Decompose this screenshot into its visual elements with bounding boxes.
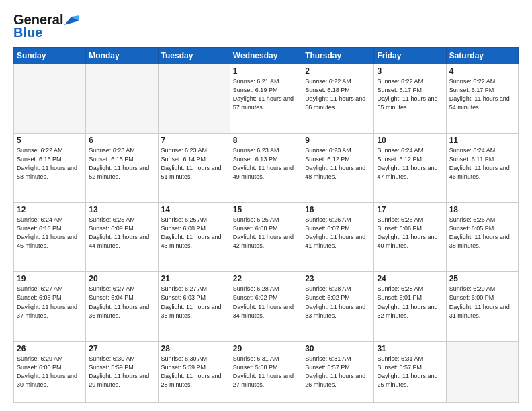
table-row: 21Sunrise: 6:27 AMSunset: 6:03 PMDayligh… [158,272,230,341]
cell-info: Sunrise: 6:24 AMSunset: 6:12 PMDaylight:… [377,146,443,181]
table-row: 30Sunrise: 6:31 AMSunset: 5:57 PMDayligh… [302,341,374,402]
cell-info: Sunrise: 6:31 AMSunset: 5:58 PMDaylight:… [233,355,299,390]
day-number: 3 [377,66,443,76]
col-header-monday: Monday [86,48,158,64]
col-header-wednesday: Wednesday [230,48,302,64]
table-row: 14Sunrise: 6:25 AMSunset: 6:08 PMDayligh… [158,203,230,272]
table-row: 20Sunrise: 6:27 AMSunset: 6:04 PMDayligh… [86,272,158,341]
cell-info: Sunrise: 6:26 AMSunset: 6:05 PMDaylight:… [449,216,515,250]
table-row: 28Sunrise: 6:30 AMSunset: 5:59 PMDayligh… [158,341,230,402]
day-number: 8 [233,136,299,145]
day-number: 4 [449,66,515,76]
day-number: 26 [17,344,83,353]
col-header-sunday: Sunday [14,48,86,64]
table-row: 17Sunrise: 6:26 AMSunset: 6:06 PMDayligh… [374,203,446,272]
cell-info: Sunrise: 6:29 AMSunset: 6:00 PMDaylight:… [17,355,83,390]
table-row: 25Sunrise: 6:29 AMSunset: 6:00 PMDayligh… [446,272,518,341]
cell-info: Sunrise: 6:27 AMSunset: 6:05 PMDaylight:… [17,285,83,320]
cell-info: Sunrise: 6:22 AMSunset: 6:16 PMDaylight:… [17,146,83,181]
cell-info: Sunrise: 6:25 AMSunset: 6:08 PMDaylight:… [233,216,299,250]
day-number: 11 [449,136,515,145]
day-number: 17 [377,205,443,214]
calendar-week-row: 5Sunrise: 6:22 AMSunset: 6:16 PMDaylight… [14,134,519,203]
cell-info: Sunrise: 6:24 AMSunset: 6:11 PMDaylight:… [449,146,515,181]
cell-info: Sunrise: 6:30 AMSunset: 5:59 PMDaylight:… [89,355,154,390]
cell-info: Sunrise: 6:22 AMSunset: 6:17 PMDaylight:… [449,77,515,112]
day-number: 14 [161,205,227,214]
day-number: 5 [17,136,83,145]
cell-info: Sunrise: 6:23 AMSunset: 6:13 PMDaylight:… [233,146,299,181]
col-header-tuesday: Tuesday [158,48,230,64]
table-row: 27Sunrise: 6:30 AMSunset: 5:59 PMDayligh… [86,341,158,402]
cell-info: Sunrise: 6:24 AMSunset: 6:10 PMDaylight:… [17,216,83,250]
cell-info: Sunrise: 6:26 AMSunset: 6:07 PMDaylight:… [305,216,371,250]
table-row: 5Sunrise: 6:22 AMSunset: 6:16 PMDaylight… [14,134,86,203]
cell-info: Sunrise: 6:30 AMSunset: 5:59 PMDaylight:… [161,355,227,390]
cell-info: Sunrise: 6:25 AMSunset: 6:08 PMDaylight:… [161,216,227,250]
day-number: 18 [449,205,515,214]
cell-info: Sunrise: 6:31 AMSunset: 5:57 PMDaylight:… [305,355,371,390]
table-row: 15Sunrise: 6:25 AMSunset: 6:08 PMDayligh… [230,203,302,272]
table-row [86,64,158,134]
table-row: 9Sunrise: 6:23 AMSunset: 6:12 PMDaylight… [302,134,374,203]
cell-info: Sunrise: 6:29 AMSunset: 6:00 PMDaylight:… [449,285,515,320]
table-row: 4Sunrise: 6:22 AMSunset: 6:17 PMDaylight… [446,64,518,134]
table-row: 18Sunrise: 6:26 AMSunset: 6:05 PMDayligh… [446,203,518,272]
table-row [158,64,230,134]
day-number: 22 [233,274,299,283]
day-number: 16 [305,205,371,214]
table-row: 19Sunrise: 6:27 AMSunset: 6:05 PMDayligh… [14,272,86,341]
day-number: 19 [17,274,83,283]
cell-info: Sunrise: 6:31 AMSunset: 5:57 PMDaylight:… [377,355,443,390]
cell-info: Sunrise: 6:21 AMSunset: 6:19 PMDaylight:… [233,77,299,112]
day-number: 31 [377,344,443,353]
cell-info: Sunrise: 6:28 AMSunset: 6:02 PMDaylight:… [233,285,299,320]
day-number: 27 [89,344,154,353]
table-row: 12Sunrise: 6:24 AMSunset: 6:10 PMDayligh… [14,203,86,272]
table-row: 8Sunrise: 6:23 AMSunset: 6:13 PMDaylight… [230,134,302,203]
calendar-week-row: 26Sunrise: 6:29 AMSunset: 6:00 PMDayligh… [14,341,519,402]
table-row [446,341,518,402]
cell-info: Sunrise: 6:22 AMSunset: 6:17 PMDaylight:… [377,77,443,112]
cell-info: Sunrise: 6:22 AMSunset: 6:18 PMDaylight:… [305,77,371,112]
header: General Blue [13,12,519,40]
cell-info: Sunrise: 6:27 AMSunset: 6:04 PMDaylight:… [89,285,154,320]
day-number: 24 [377,274,443,283]
day-number: 9 [305,136,371,145]
day-number: 12 [17,205,83,214]
table-row: 3Sunrise: 6:22 AMSunset: 6:17 PMDaylight… [374,64,446,134]
table-row: 11Sunrise: 6:24 AMSunset: 6:11 PMDayligh… [446,134,518,203]
day-number: 30 [305,344,371,353]
logo-blue: Blue [13,25,42,40]
day-number: 15 [233,205,299,214]
table-row: 16Sunrise: 6:26 AMSunset: 6:07 PMDayligh… [302,203,374,272]
cell-info: Sunrise: 6:28 AMSunset: 6:01 PMDaylight:… [377,285,443,320]
cell-info: Sunrise: 6:28 AMSunset: 6:02 PMDaylight:… [305,285,371,320]
day-number: 10 [377,136,443,145]
day-number: 28 [161,344,227,353]
cell-info: Sunrise: 6:23 AMSunset: 6:12 PMDaylight:… [305,146,371,181]
calendar-week-row: 12Sunrise: 6:24 AMSunset: 6:10 PMDayligh… [14,203,519,272]
table-row: 31Sunrise: 6:31 AMSunset: 5:57 PMDayligh… [374,341,446,402]
calendar-header-row: SundayMondayTuesdayWednesdayThursdayFrid… [14,48,519,64]
day-number: 21 [161,274,227,283]
logo-icon [64,15,79,26]
calendar-week-row: 19Sunrise: 6:27 AMSunset: 6:05 PMDayligh… [14,272,519,341]
logo: General Blue [13,12,79,40]
col-header-friday: Friday [374,48,446,64]
calendar-week-row: 1Sunrise: 6:21 AMSunset: 6:19 PMDaylight… [14,64,519,134]
table-row: 13Sunrise: 6:25 AMSunset: 6:09 PMDayligh… [86,203,158,272]
cell-info: Sunrise: 6:23 AMSunset: 6:15 PMDaylight:… [89,146,154,181]
table-row: 1Sunrise: 6:21 AMSunset: 6:19 PMDaylight… [230,64,302,134]
cell-info: Sunrise: 6:23 AMSunset: 6:14 PMDaylight:… [161,146,227,181]
table-row: 10Sunrise: 6:24 AMSunset: 6:12 PMDayligh… [374,134,446,203]
calendar-table: SundayMondayTuesdayWednesdayThursdayFrid… [13,47,519,403]
table-row: 29Sunrise: 6:31 AMSunset: 5:58 PMDayligh… [230,341,302,402]
table-row: 24Sunrise: 6:28 AMSunset: 6:01 PMDayligh… [374,272,446,341]
day-number: 20 [89,274,154,283]
cell-info: Sunrise: 6:25 AMSunset: 6:09 PMDaylight:… [89,216,154,250]
table-row: 6Sunrise: 6:23 AMSunset: 6:15 PMDaylight… [86,134,158,203]
table-row: 7Sunrise: 6:23 AMSunset: 6:14 PMDaylight… [158,134,230,203]
table-row: 23Sunrise: 6:28 AMSunset: 6:02 PMDayligh… [302,272,374,341]
col-header-saturday: Saturday [446,48,518,64]
